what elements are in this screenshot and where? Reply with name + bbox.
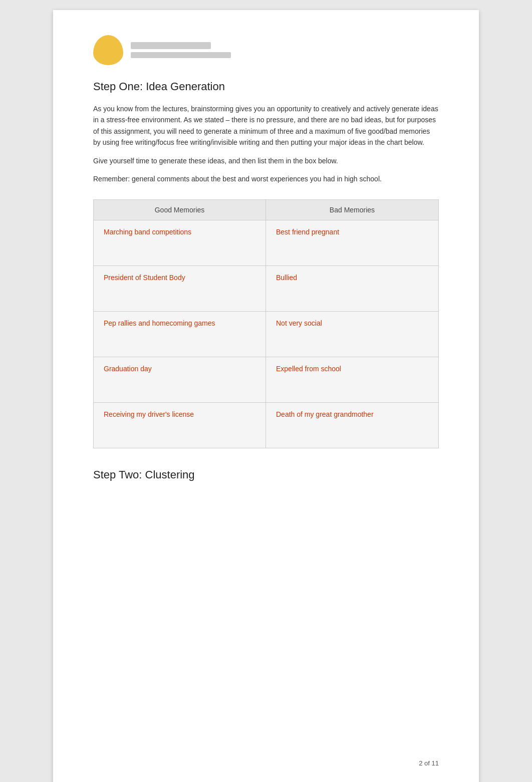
page-container: Step One: Idea Generation As you know fr… xyxy=(53,10,479,782)
memories-table: Good Memories Bad Memories Marching band… xyxy=(93,199,439,448)
bad-memory-2: Bullied xyxy=(266,266,438,311)
header-logo xyxy=(93,35,439,65)
header-good-memories: Good Memories xyxy=(94,200,266,220)
paragraph-3: Remember: general comments about the bes… xyxy=(93,173,439,184)
good-memory-2: President of Student Body xyxy=(94,266,266,311)
step-one-heading: Step One: Idea Generation xyxy=(93,80,439,93)
good-memory-5: Receiving my driver's license xyxy=(94,403,266,448)
table-row: Receiving my driver's license Death of m… xyxy=(94,403,438,448)
bad-memory-3: Not very social xyxy=(266,312,438,357)
table-row: Marching band competitions Best friend p… xyxy=(94,220,438,266)
logo-text-line1 xyxy=(131,42,211,49)
table-row: Pep rallies and homecoming games Not ver… xyxy=(94,312,438,357)
bad-memory-5: Death of my great grandmother xyxy=(266,403,438,448)
header-bad-memories: Bad Memories xyxy=(266,200,438,220)
bad-memory-1: Best friend pregnant xyxy=(266,220,438,266)
page-number: 2 of 11 xyxy=(419,759,439,767)
table-row: President of Student Body Bullied xyxy=(94,266,438,312)
good-memory-4: Graduation day xyxy=(94,357,266,402)
table-row: Graduation day Expelled from school xyxy=(94,357,438,403)
paragraph-1: As you know from the lectures, brainstor… xyxy=(93,103,439,148)
bad-memory-4: Expelled from school xyxy=(266,357,438,402)
paragraph-2: Give yourself time to generate these ide… xyxy=(93,155,439,166)
table-header: Good Memories Bad Memories xyxy=(94,200,438,220)
step-two-heading: Step Two: Clustering xyxy=(93,468,439,481)
logo-icon xyxy=(93,35,123,65)
good-memory-1: Marching band competitions xyxy=(94,220,266,266)
logo-text-line2 xyxy=(131,52,231,58)
logo-text xyxy=(131,42,231,58)
good-memory-3: Pep rallies and homecoming games xyxy=(94,312,266,357)
